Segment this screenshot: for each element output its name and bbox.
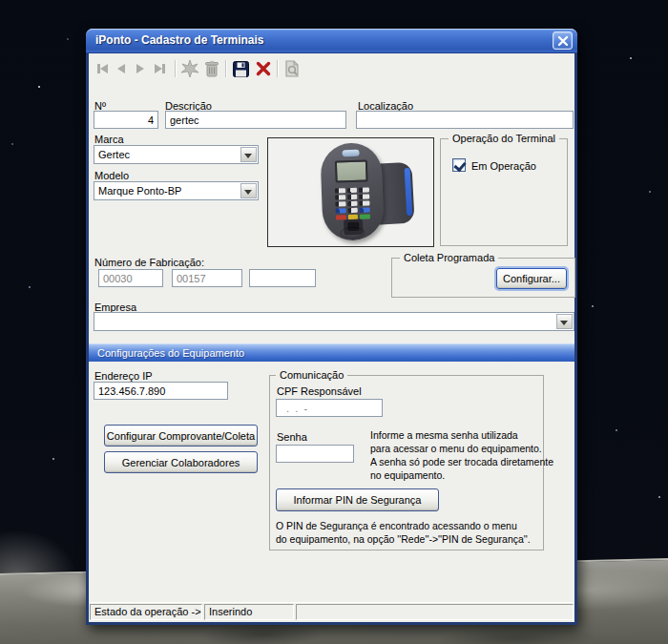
equip-section-header: Configurações do Equipamento — [89, 343, 574, 362]
fabricacao-field-2[interactable] — [172, 269, 242, 287]
toolbar-separator — [277, 60, 278, 77]
chevron-down-icon[interactable] — [240, 183, 257, 198]
senha-label: Senha — [277, 431, 307, 443]
equip-header-title: Configurações do Equipamento — [97, 347, 244, 359]
fabricacao-field-3[interactable] — [249, 269, 316, 287]
previous-record-icon — [117, 64, 125, 73]
print-preview-icon — [284, 60, 300, 77]
terminal-device-body — [320, 142, 385, 241]
close-icon — [557, 35, 569, 47]
endereco-ip-label: Endereço IP — [94, 370, 153, 382]
statusbar-panel-extra — [296, 604, 574, 620]
cancel-button[interactable] — [254, 59, 273, 78]
marca-label: Marca — [94, 134, 124, 145]
statusbar-panel-label: Estado da operação -> — [90, 604, 202, 620]
close-button[interactable] — [553, 31, 573, 50]
em-operacao-label: Em Operação — [471, 160, 536, 172]
comunicacao-group-title: Comunicação — [276, 369, 347, 381]
first-record-button[interactable] — [93, 59, 112, 78]
modelo-dropdown[interactable]: Marque Ponto-BP — [94, 181, 259, 200]
cpf-label: CPF Responsável — [277, 385, 362, 397]
modelo-label: Modelo — [94, 170, 129, 181]
empresa-dropdown[interactable] — [94, 312, 574, 331]
marca-dropdown[interactable]: Gertec — [94, 145, 259, 164]
terminal-screen — [335, 159, 368, 182]
chevron-down-icon[interactable] — [556, 314, 573, 329]
senha-info-text: Informe a mesma senha utilizada para ace… — [370, 428, 553, 482]
operacao-group-title: Operação do Terminal — [449, 133, 559, 144]
titlebar[interactable]: iPonto - Cadastro de Terminais — [86, 29, 577, 53]
last-record-button[interactable] — [150, 59, 169, 78]
comunicacao-groupbox: Comunicação CPF Responsável Senha Inform… — [269, 375, 544, 551]
cpf-field[interactable] — [276, 399, 383, 417]
cancel-x-icon — [256, 61, 271, 76]
em-operacao-checkbox[interactable] — [452, 158, 466, 172]
localizacao-field[interactable] — [356, 111, 574, 129]
insert-record-button[interactable] — [180, 59, 199, 78]
terminal-keypad — [335, 187, 370, 219]
previous-record-button[interactable] — [112, 59, 131, 78]
informar-pin-button[interactable]: Informar PIN de Segurança — [276, 488, 439, 511]
app-window: iPonto - Cadastro de Terminais — [86, 29, 577, 625]
configurar-comprovante-button[interactable]: Configurar Comprovante/Coleta — [104, 425, 258, 447]
fabricacao-label: Número de Fabricação: — [94, 257, 204, 268]
marca-value: Gertec — [98, 149, 130, 160]
gerenciar-colaboradores-button[interactable]: Gerenciar Colaboradores — [104, 451, 258, 473]
numero-field[interactable] — [94, 111, 158, 129]
statusbar: Estado da operação -> Inserindo — [89, 602, 574, 622]
save-icon — [233, 61, 249, 77]
save-record-button[interactable] — [231, 59, 250, 78]
next-record-icon — [136, 64, 144, 73]
senha-field[interactable] — [276, 445, 354, 463]
statusbar-panel-state: Inserindo — [204, 604, 294, 620]
toolbar-separator — [175, 60, 176, 77]
trash-icon — [204, 60, 219, 77]
configurar-button[interactable]: Configurar... — [496, 268, 567, 289]
modelo-value: Marque Ponto-BP — [98, 185, 181, 197]
descricao-field[interactable] — [165, 111, 346, 129]
coleta-group-title: Coleta Programada — [400, 252, 498, 263]
fabricacao-field-1[interactable] — [98, 269, 163, 287]
delete-record-button[interactable] — [202, 59, 221, 78]
pin-note-text: O PIN de Segurança é encontrado acessand… — [276, 519, 531, 546]
last-record-icon — [155, 64, 162, 73]
stars — [0, 0, 2, 2]
endereco-ip-field[interactable] — [94, 382, 228, 400]
toolbar-separator — [225, 60, 226, 77]
insert-record-icon — [181, 60, 198, 77]
window-title: iPonto - Cadastro de Terminais — [95, 33, 263, 47]
operacao-groupbox: Operação do Terminal Em Operação — [440, 138, 568, 246]
chevron-down-icon[interactable] — [240, 147, 257, 162]
terminal-photo — [267, 137, 434, 247]
coleta-groupbox: Coleta Programada Configurar... — [391, 258, 575, 298]
print-preview-button[interactable] — [282, 59, 302, 78]
next-record-button[interactable] — [131, 59, 150, 78]
